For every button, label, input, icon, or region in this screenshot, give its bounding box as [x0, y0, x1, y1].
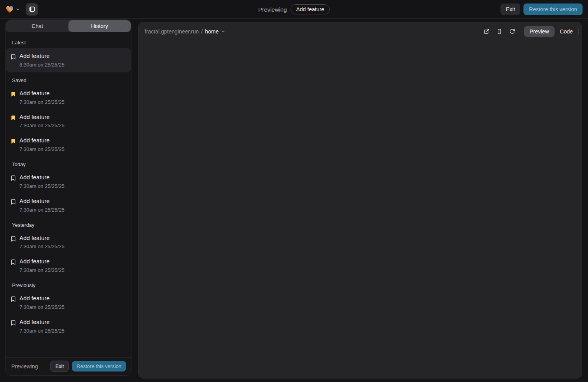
history-item-timestamp: 7:30am on 25/25/25	[19, 244, 65, 249]
history-item-title: Add feature	[19, 174, 65, 181]
history-item[interactable]: Add feature 7:30am on 25/25/25	[6, 170, 131, 193]
tab-code[interactable]: Code	[555, 26, 578, 37]
app-logo-menu-button[interactable]	[5, 5, 20, 14]
history-item-text: Add feature 7:30am on 25/25/25	[19, 198, 65, 213]
history-item-title: Add feature	[19, 137, 65, 144]
preview-viewport[interactable]	[138, 41, 582, 378]
history-section: Yesterday Add feature 7:30am on 25/25/25…	[6, 217, 131, 278]
history-item[interactable]: Add feature 7:30am on 25/25/25	[6, 109, 131, 133]
section-title: Today	[6, 156, 131, 170]
history-item[interactable]: Add feature 7:30am on 25/25/25	[6, 230, 131, 254]
history-list: Latest Add feature 8:30am on 25/25/25 Sa…	[6, 32, 131, 357]
section-title: Latest	[6, 35, 131, 48]
bookmark-icon	[10, 199, 16, 205]
exit-button[interactable]: Exit	[500, 4, 520, 15]
history-item-text: Add feature 7:30am on 25/25/25	[19, 295, 65, 310]
sidebar-tab-switcher: Chat History	[6, 20, 131, 32]
section-items: Add feature 7:30am on 25/25/25 Add featu…	[6, 291, 131, 338]
history-item-title: Add feature	[19, 114, 65, 121]
bookmark-icon	[10, 320, 16, 326]
refresh-icon	[509, 28, 515, 35]
mobile-view-button[interactable]	[496, 28, 503, 35]
open-in-new-icon	[483, 28, 490, 35]
section-title: Previously	[6, 277, 131, 291]
bookmark-icon	[10, 296, 16, 302]
footer-previewing-label: Previewing	[11, 363, 38, 370]
section-items: Add feature 8:30am on 25/25/25	[6, 48, 131, 72]
history-section: Saved Add feature 7:30am on 25/25/25 Add…	[6, 72, 131, 156]
sidebar-footer: Previewing Exit Restore this version	[6, 357, 131, 375]
breadcrumb-domain: fractal.gptengineer.run	[145, 28, 199, 35]
history-item-title: Add feature	[19, 53, 65, 60]
restore-version-button[interactable]: Restore this version	[523, 4, 583, 15]
history-item-timestamp: 7:30am on 25/25/25	[19, 207, 65, 213]
history-item-text: Add feature 8:30am on 25/25/25	[19, 53, 65, 68]
history-item-text: Add feature 7:30am on 25/25/25	[19, 235, 65, 250]
footer-restore-version-button[interactable]: Restore this version	[72, 361, 126, 371]
history-item-text: Add feature 7:30am on 25/25/25	[19, 137, 65, 152]
open-in-new-window-button[interactable]	[483, 28, 490, 35]
history-sidebar: Chat History Latest Add feature 8:30am o…	[5, 19, 131, 376]
history-item-timestamp: 7:30am on 25/25/25	[19, 267, 65, 273]
history-item[interactable]: Add feature 7:30am on 25/25/25	[6, 254, 131, 277]
history-item-title: Add feature	[19, 295, 65, 302]
sidebar-panel-icon	[29, 6, 35, 12]
bookmark-icon	[10, 259, 16, 265]
version-name-badge: Add feature	[290, 4, 329, 14]
history-item-timestamp: 7:30am on 25/25/25	[19, 99, 65, 105]
section-items: Add feature 7:30am on 25/25/25 Add featu…	[6, 230, 131, 278]
sidebar-toggle-button[interactable]	[26, 3, 38, 16]
refresh-button[interactable]	[509, 28, 516, 35]
history-item-title: Add feature	[19, 90, 65, 97]
breadcrumb[interactable]: fractal.gptengineer.run / home	[145, 28, 226, 35]
smartphone-icon	[496, 28, 502, 35]
history-item-title: Add feature	[19, 198, 65, 205]
history-item-timestamp: 7:30am on 25/25/25	[19, 146, 65, 152]
history-item[interactable]: Add feature 7:30am on 25/25/25	[6, 314, 131, 338]
preview-panel: fractal.gptengineer.run / home	[138, 22, 582, 378]
bookmark-icon	[10, 54, 16, 60]
history-item-text: Add feature 7:30am on 25/25/25	[19, 114, 65, 129]
section-items: Add feature 7:30am on 25/25/25 Add featu…	[6, 86, 131, 156]
history-item-timestamp: 8:30am on 25/25/25	[19, 62, 65, 68]
view-mode-switcher: Preview Code	[524, 26, 579, 37]
footer-exit-button[interactable]: Exit	[50, 361, 69, 372]
bookmark-icon	[10, 236, 16, 242]
section-title: Saved	[6, 72, 131, 86]
history-item-text: Add feature 7:30am on 25/25/25	[19, 90, 65, 105]
history-item-title: Add feature	[19, 235, 65, 242]
history-item-timestamp: 7:30am on 25/25/25	[19, 304, 65, 310]
tab-preview[interactable]: Preview	[524, 26, 555, 37]
section-items: Add feature 7:30am on 25/25/25 Add featu…	[6, 170, 131, 217]
breadcrumb-chevron-down-icon	[221, 29, 226, 34]
preview-toolbar: Preview Code	[483, 26, 579, 37]
tab-chat[interactable]: Chat	[6, 20, 68, 32]
history-item-text: Add feature 7:30am on 25/25/25	[19, 319, 65, 334]
previewing-label: Previewing	[258, 6, 287, 13]
history-item[interactable]: Add feature 7:30am on 25/25/25	[6, 193, 131, 217]
history-item[interactable]: Add feature 7:30am on 25/25/25	[6, 86, 131, 109]
bookmark-icon	[10, 91, 16, 97]
logo-chevron-down-icon	[16, 7, 20, 12]
preview-header: fractal.gptengineer.run / home	[138, 22, 582, 41]
content-area: Chat History Latest Add feature 8:30am o…	[0, 19, 588, 382]
history-item-text: Add feature 7:30am on 25/25/25	[19, 174, 65, 189]
bookmark-icon	[10, 138, 16, 144]
topbar: Previewing Add feature Exit Restore this…	[0, 0, 588, 19]
history-item[interactable]: Add feature 7:30am on 25/25/25	[6, 133, 131, 156]
history-item-timestamp: 7:30am on 25/25/25	[19, 328, 65, 334]
history-item-title: Add feature	[19, 258, 65, 265]
history-item-timestamp: 7:30am on 25/25/25	[19, 123, 65, 128]
tab-history[interactable]: History	[68, 20, 131, 32]
history-item[interactable]: Add feature 8:30am on 25/25/25	[6, 48, 131, 72]
bookmark-icon	[10, 175, 16, 181]
topbar-left	[5, 3, 38, 16]
topbar-actions: Exit Restore this version	[500, 4, 583, 15]
lovable-heart-icon	[5, 5, 14, 14]
history-section: Today Add feature 7:30am on 25/25/25 Add…	[6, 156, 131, 217]
history-item-timestamp: 7:30am on 25/25/25	[19, 183, 65, 189]
history-item[interactable]: Add feature 7:30am on 25/25/25	[6, 291, 131, 314]
history-section: Previously Add feature 7:30am on 25/25/2…	[6, 277, 131, 338]
breadcrumb-page: home	[205, 28, 219, 35]
breadcrumb-separator: /	[201, 28, 203, 35]
